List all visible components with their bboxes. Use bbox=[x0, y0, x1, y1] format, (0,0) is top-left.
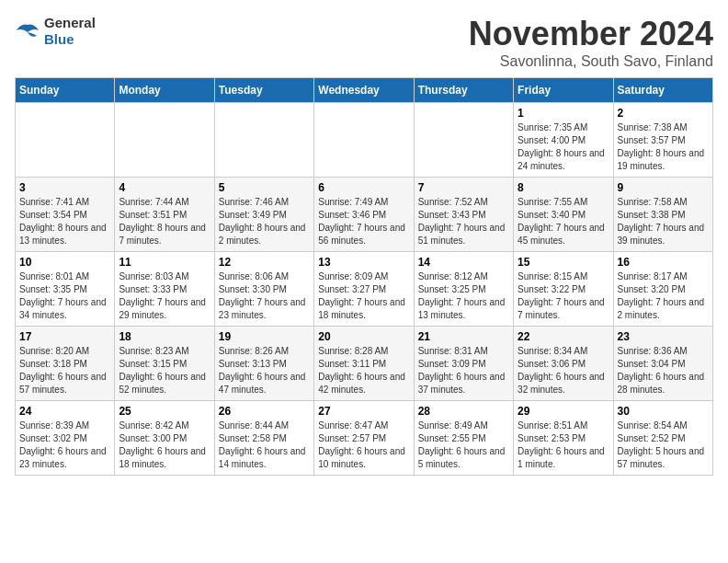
day-info: Sunrise: 7:35 AM Sunset: 4:00 PM Dayligh… bbox=[518, 121, 609, 173]
title-area: November 2024 Savonlinna, South Savo, Fi… bbox=[469, 15, 713, 70]
day-number: 20 bbox=[318, 330, 409, 343]
calendar-day-cell: 9Sunrise: 7:58 AM Sunset: 3:38 PM Daylig… bbox=[613, 178, 712, 252]
weekday-header-cell: Thursday bbox=[414, 78, 513, 103]
day-info: Sunrise: 8:36 AM Sunset: 3:04 PM Dayligh… bbox=[618, 345, 709, 396]
day-info: Sunrise: 8:03 AM Sunset: 3:33 PM Dayligh… bbox=[119, 270, 210, 322]
weekday-header-cell: Sunday bbox=[16, 78, 115, 103]
calendar-day-cell: 24Sunrise: 8:39 AM Sunset: 3:02 PM Dayli… bbox=[16, 401, 115, 476]
day-number: 30 bbox=[618, 405, 709, 418]
day-number: 4 bbox=[119, 181, 210, 194]
day-number: 16 bbox=[618, 256, 709, 269]
calendar-week-row: 24Sunrise: 8:39 AM Sunset: 3:02 PM Dayli… bbox=[16, 401, 713, 476]
day-info: Sunrise: 8:31 AM Sunset: 3:09 PM Dayligh… bbox=[418, 345, 509, 396]
day-number: 3 bbox=[19, 181, 110, 194]
day-info: Sunrise: 7:52 AM Sunset: 3:43 PM Dayligh… bbox=[418, 196, 509, 247]
day-number: 2 bbox=[618, 107, 709, 120]
calendar-day-cell: 29Sunrise: 8:51 AM Sunset: 2:53 PM Dayli… bbox=[514, 401, 613, 476]
day-number: 14 bbox=[418, 256, 509, 269]
calendar-day-cell: 19Sunrise: 8:26 AM Sunset: 3:13 PM Dayli… bbox=[214, 327, 313, 401]
day-number: 13 bbox=[318, 256, 409, 269]
day-info: Sunrise: 8:17 AM Sunset: 3:20 PM Dayligh… bbox=[618, 270, 709, 322]
day-number: 24 bbox=[19, 405, 110, 418]
day-number: 12 bbox=[219, 256, 310, 269]
calendar-day-cell: 8Sunrise: 7:55 AM Sunset: 3:40 PM Daylig… bbox=[514, 178, 613, 252]
day-info: Sunrise: 7:55 AM Sunset: 3:40 PM Dayligh… bbox=[518, 196, 609, 247]
calendar-day-cell: 2Sunrise: 7:38 AM Sunset: 3:57 PM Daylig… bbox=[613, 103, 712, 178]
calendar-week-row: 17Sunrise: 8:20 AM Sunset: 3:18 PM Dayli… bbox=[16, 327, 713, 401]
calendar-week-row: 1Sunrise: 7:35 AM Sunset: 4:00 PM Daylig… bbox=[16, 103, 713, 178]
day-info: Sunrise: 8:34 AM Sunset: 3:06 PM Dayligh… bbox=[518, 345, 609, 396]
day-number: 26 bbox=[219, 405, 310, 418]
calendar-day-cell bbox=[314, 103, 414, 178]
day-number: 21 bbox=[418, 330, 509, 343]
calendar-week-row: 10Sunrise: 8:01 AM Sunset: 3:35 PM Dayli… bbox=[16, 252, 713, 327]
calendar-day-cell: 7Sunrise: 7:52 AM Sunset: 3:43 PM Daylig… bbox=[414, 178, 513, 252]
day-info: Sunrise: 8:51 AM Sunset: 2:53 PM Dayligh… bbox=[518, 419, 609, 471]
calendar-day-cell: 23Sunrise: 8:36 AM Sunset: 3:04 PM Dayli… bbox=[613, 327, 712, 401]
logo-blue-text: Blue bbox=[44, 31, 74, 47]
month-title: November 2024 bbox=[469, 15, 713, 53]
day-number: 22 bbox=[518, 330, 609, 343]
calendar-body: 1Sunrise: 7:35 AM Sunset: 4:00 PM Daylig… bbox=[16, 103, 713, 476]
calendar-day-cell: 20Sunrise: 8:28 AM Sunset: 3:11 PM Dayli… bbox=[314, 327, 414, 401]
calendar-day-cell: 21Sunrise: 8:31 AM Sunset: 3:09 PM Dayli… bbox=[414, 327, 513, 401]
calendar-day-cell: 27Sunrise: 8:47 AM Sunset: 2:57 PM Dayli… bbox=[314, 401, 414, 476]
calendar-day-cell: 5Sunrise: 7:46 AM Sunset: 3:49 PM Daylig… bbox=[214, 178, 313, 252]
day-number: 19 bbox=[219, 330, 310, 343]
calendar-day-cell: 1Sunrise: 7:35 AM Sunset: 4:00 PM Daylig… bbox=[514, 103, 613, 178]
day-number: 1 bbox=[518, 107, 609, 120]
day-number: 10 bbox=[19, 256, 110, 269]
day-info: Sunrise: 8:49 AM Sunset: 2:55 PM Dayligh… bbox=[418, 419, 509, 471]
calendar-day-cell: 6Sunrise: 7:49 AM Sunset: 3:46 PM Daylig… bbox=[314, 178, 414, 252]
calendar-week-row: 3Sunrise: 7:41 AM Sunset: 3:54 PM Daylig… bbox=[16, 178, 713, 252]
day-number: 11 bbox=[119, 256, 210, 269]
day-number: 7 bbox=[418, 181, 509, 194]
day-number: 5 bbox=[219, 181, 310, 194]
calendar-day-cell: 13Sunrise: 8:09 AM Sunset: 3:27 PM Dayli… bbox=[314, 252, 414, 327]
day-number: 27 bbox=[318, 405, 409, 418]
calendar-day-cell: 4Sunrise: 7:44 AM Sunset: 3:51 PM Daylig… bbox=[115, 178, 214, 252]
day-info: Sunrise: 8:42 AM Sunset: 3:00 PM Dayligh… bbox=[119, 419, 210, 471]
day-info: Sunrise: 8:54 AM Sunset: 2:52 PM Dayligh… bbox=[618, 419, 709, 471]
calendar-day-cell bbox=[214, 103, 313, 178]
day-info: Sunrise: 8:47 AM Sunset: 2:57 PM Dayligh… bbox=[318, 419, 409, 471]
day-info: Sunrise: 8:15 AM Sunset: 3:22 PM Dayligh… bbox=[518, 270, 609, 322]
day-info: Sunrise: 8:01 AM Sunset: 3:35 PM Dayligh… bbox=[19, 270, 110, 322]
calendar-day-cell bbox=[16, 103, 115, 178]
day-info: Sunrise: 7:38 AM Sunset: 3:57 PM Dayligh… bbox=[618, 121, 709, 173]
calendar-table: SundayMondayTuesdayWednesdayThursdayFrid… bbox=[15, 77, 713, 476]
calendar-day-cell: 11Sunrise: 8:03 AM Sunset: 3:33 PM Dayli… bbox=[115, 252, 214, 327]
day-number: 15 bbox=[518, 256, 609, 269]
day-info: Sunrise: 8:23 AM Sunset: 3:15 PM Dayligh… bbox=[119, 345, 210, 396]
weekday-header-cell: Saturday bbox=[613, 78, 712, 103]
header: General Blue November 2024 Savonlinna, S… bbox=[15, 15, 713, 70]
day-number: 17 bbox=[19, 330, 110, 343]
calendar-day-cell: 30Sunrise: 8:54 AM Sunset: 2:52 PM Dayli… bbox=[613, 401, 712, 476]
day-info: Sunrise: 7:44 AM Sunset: 3:51 PM Dayligh… bbox=[119, 196, 210, 247]
day-info: Sunrise: 8:20 AM Sunset: 3:18 PM Dayligh… bbox=[19, 345, 110, 396]
calendar-day-cell: 12Sunrise: 8:06 AM Sunset: 3:30 PM Dayli… bbox=[214, 252, 313, 327]
day-number: 28 bbox=[418, 405, 509, 418]
weekday-header-cell: Wednesday bbox=[314, 78, 414, 103]
day-info: Sunrise: 7:49 AM Sunset: 3:46 PM Dayligh… bbox=[318, 196, 409, 247]
calendar-day-cell: 26Sunrise: 8:44 AM Sunset: 2:58 PM Dayli… bbox=[214, 401, 313, 476]
day-info: Sunrise: 8:44 AM Sunset: 2:58 PM Dayligh… bbox=[219, 419, 310, 471]
calendar-day-cell: 28Sunrise: 8:49 AM Sunset: 2:55 PM Dayli… bbox=[414, 401, 513, 476]
weekday-header-cell: Monday bbox=[115, 78, 214, 103]
day-info: Sunrise: 8:12 AM Sunset: 3:25 PM Dayligh… bbox=[418, 270, 509, 322]
calendar-day-cell: 15Sunrise: 8:15 AM Sunset: 3:22 PM Dayli… bbox=[514, 252, 613, 327]
day-info: Sunrise: 8:09 AM Sunset: 3:27 PM Dayligh… bbox=[318, 270, 409, 322]
calendar-day-cell: 3Sunrise: 7:41 AM Sunset: 3:54 PM Daylig… bbox=[16, 178, 115, 252]
calendar-day-cell bbox=[414, 103, 513, 178]
day-number: 8 bbox=[518, 181, 609, 194]
day-number: 18 bbox=[119, 330, 210, 343]
day-number: 6 bbox=[318, 181, 409, 194]
calendar-day-cell bbox=[115, 103, 214, 178]
day-info: Sunrise: 8:28 AM Sunset: 3:11 PM Dayligh… bbox=[318, 345, 409, 396]
logo: General Blue bbox=[15, 15, 96, 48]
calendar-day-cell: 17Sunrise: 8:20 AM Sunset: 3:18 PM Dayli… bbox=[16, 327, 115, 401]
calendar-day-cell: 22Sunrise: 8:34 AM Sunset: 3:06 PM Dayli… bbox=[514, 327, 613, 401]
logo-bird-icon bbox=[15, 21, 40, 41]
day-number: 23 bbox=[618, 330, 709, 343]
day-info: Sunrise: 8:06 AM Sunset: 3:30 PM Dayligh… bbox=[219, 270, 310, 322]
